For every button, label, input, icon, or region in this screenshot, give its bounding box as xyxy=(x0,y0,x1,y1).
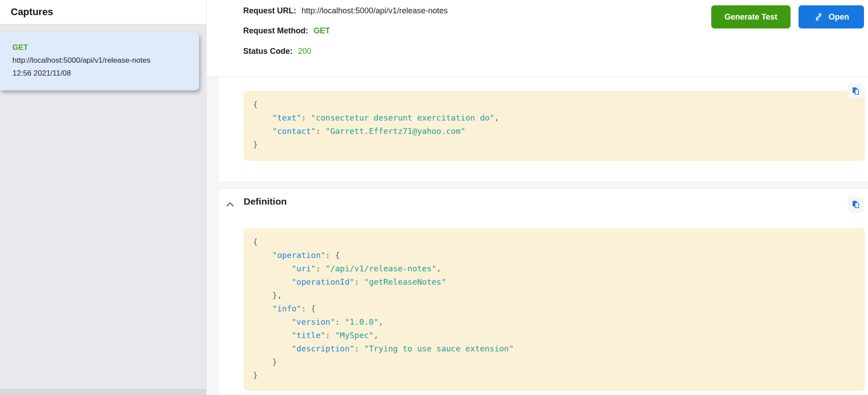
code-line: "description": "Trying to use sauce exte… xyxy=(253,342,865,355)
request-url-label: Request URL: xyxy=(243,6,296,16)
code-line: "contact": "Garrett.Effertz71@yahoo.com" xyxy=(253,125,865,138)
status-code-row: Status Code: 200 xyxy=(243,47,311,56)
open-button-label: Open xyxy=(828,12,849,22)
request-method-row: Request Method: GET xyxy=(243,26,330,36)
capture-list-item[interactable]: GET http://localhost:5000/api/v1/release… xyxy=(0,32,199,90)
code-line: }, xyxy=(253,289,865,302)
code-line: } xyxy=(253,138,865,151)
code-line: { xyxy=(253,98,865,111)
code-line: } xyxy=(253,369,865,382)
generate-test-button[interactable]: Generate Test xyxy=(711,5,791,28)
copy-icon xyxy=(851,86,860,96)
response-body-panel: { "text": "consectetur deserunt exercita… xyxy=(218,77,868,182)
generate-test-button-label: Generate Test xyxy=(725,12,778,22)
copy-response-button[interactable] xyxy=(848,83,864,99)
request-method-value: GET xyxy=(314,26,330,36)
response-json-code-block: { "text": "consectetur deserunt exercita… xyxy=(244,91,865,161)
code-line: "operation": { xyxy=(253,249,865,262)
captures-header: Captures xyxy=(0,0,206,24)
definition-section-title: Definition xyxy=(244,196,287,207)
request-method-label: Request Method: xyxy=(243,26,308,36)
request-summary-header: Request URL: http://localhost:5000/api/v… xyxy=(207,0,868,77)
code-line: "operationId": "getReleaseNotes" xyxy=(253,275,865,289)
request-url-value: http://localhost:5000/api/v1/release-not… xyxy=(302,6,448,16)
code-line: "title": "MySpec", xyxy=(253,329,865,342)
code-line: "info": { xyxy=(253,302,865,315)
copy-icon xyxy=(851,200,860,209)
definition-panel: Definition { "operation": { "uri": "/api… xyxy=(218,189,868,395)
captures-sidebar: Captures GET http://localhost:5000/api/v… xyxy=(0,0,207,395)
code-line: { xyxy=(253,235,865,249)
status-code-value: 200 xyxy=(298,47,311,56)
code-line: "version": "1.0.0", xyxy=(253,315,865,329)
definition-json-code-block: { "operation": { "uri": "/api/v1/release… xyxy=(244,228,865,391)
code-line: } xyxy=(253,355,865,369)
captures-title: Captures xyxy=(11,6,53,18)
request-url-row: Request URL: http://localhost:5000/api/v… xyxy=(243,6,448,16)
swap-arrows-icon xyxy=(813,12,824,22)
capture-url: http://localhost:5000/api/v1/release-not… xyxy=(12,54,191,67)
code-line: "text": "consectetur deserunt exercitati… xyxy=(253,111,865,125)
copy-definition-button[interactable] xyxy=(848,197,864,212)
capture-method-badge: GET xyxy=(12,41,191,54)
capture-timestamp: 12:56 2021/11/08 xyxy=(12,67,191,80)
code-line: "uri": "/api/v1/release-notes", xyxy=(253,262,865,275)
definition-collapse-toggle[interactable] xyxy=(224,200,235,209)
status-code-label: Status Code: xyxy=(243,47,293,56)
chevron-up-icon xyxy=(226,202,234,207)
sidebar-horizontal-scrollbar[interactable] xyxy=(0,389,206,395)
open-button[interactable]: Open xyxy=(799,5,864,28)
